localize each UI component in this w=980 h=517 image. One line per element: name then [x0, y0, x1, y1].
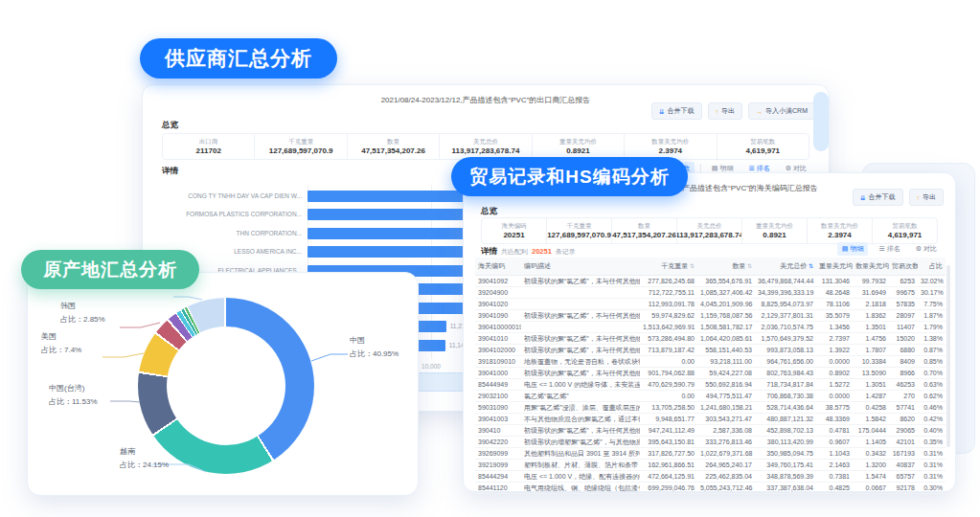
column-header-1[interactable]: 海关编码: [475, 258, 521, 275]
value-cell: 1,159,768,087.56: [697, 309, 755, 321]
export-button[interactable]: ↑导出: [708, 102, 743, 120]
table-row[interactable]: 59031090用聚“氯乙烯”浸渍、涂层、覆盖或层压的纺织织物（不包括用聚“氯乙…: [475, 401, 946, 413]
hs-code-cell: 39041090: [475, 309, 521, 321]
table-row[interactable]: 39041003不与其他物质混合的聚氯乙烯，通过本体法悬浮聚合工艺获得的聚氯乙.…: [475, 413, 946, 424]
column-header-7[interactable]: 数量美元均价: [853, 258, 889, 275]
value-cell: 337,387,638.04: [755, 482, 816, 493]
column-header-6[interactable]: 重量美元均价: [816, 258, 853, 275]
table-row[interactable]: 85444949电压 <= 1.000 V 的绝缘导体，未安装连接器，其他导体（…: [475, 378, 946, 390]
column-header-4[interactable]: 数量 ⇅: [697, 258, 755, 275]
table-row[interactable]: 29032100氯乙烯“氯乙烯”0.00494,775,511.47706,86…: [475, 390, 946, 401]
leader-taiwan: [110, 401, 140, 402]
table-row[interactable]: 390410初级形状的聚“氯乙烯”，未与任何其他物质混合 + 未提供详细信息 +…: [475, 424, 946, 436]
value-cell: 8,825,954,073.97: [755, 298, 816, 309]
value-cell: 452,898,702.13: [755, 424, 816, 436]
pie-label-taiwan: 中国(台湾) 占比：11.53%: [49, 382, 98, 409]
stat-label: 数量: [638, 222, 650, 231]
toggle-明细[interactable]: ▤明细: [837, 242, 869, 256]
value-cell: 1,508,581,782.17: [697, 321, 755, 332]
leader-other: [173, 297, 202, 300]
value-cell: 1,064,420,085.61: [697, 332, 755, 344]
table-row[interactable]: 39042220初级形状的增塑聚“氯乙烯”，与其他物质混合：糊状395,643,…: [475, 436, 946, 447]
summary-stat: 数量47,517,354,207.26: [348, 134, 440, 159]
leader-usa: [103, 353, 144, 357]
value-cell: 1.87%: [918, 309, 946, 321]
sort-icon[interactable]: ⇅: [807, 263, 813, 269]
table-row[interactable]: 3904102000初级形状的聚“氯乙烯”，未与任何其他物质混合：悬浮法 PVC…: [475, 344, 946, 355]
table-row[interactable]: 39041020112,993,091.784,045,201,909.968,…: [475, 298, 946, 309]
description-cell: 初级形状的聚“氯乙烯”，未与任何其他物质混合；其他：粉末: [521, 275, 640, 286]
table-row[interactable]: 39269099其他塑料制品和品目 3901 至 3914 所列的其他材料制品（…: [475, 447, 946, 459]
value-cell: 0.0000: [816, 355, 853, 367]
value-cell: 38.5775: [816, 401, 853, 413]
floating-toolbar[interactable]: [813, 92, 829, 151]
column-header-9[interactable]: 占比: [918, 258, 946, 275]
hs-overview-label: 总览: [481, 206, 497, 217]
pie-label-name: 中国(台湾): [49, 382, 98, 395]
value-cell: 802,763,984.43: [755, 367, 816, 378]
table-row[interactable]: 85441120电气用绕组线、铜、绝缘绕组（包括漆包或瓷绝缘化）电缆、电线（包.…: [475, 482, 946, 493]
value-cell: 264,965,240.17: [697, 459, 755, 470]
table-row[interactable]: 39041000初级形状的聚“氯乙烯”，未与任何其他物质混合 + 未提供详细信息…: [475, 367, 946, 378]
value-cell: 2,587,336.08: [697, 424, 755, 436]
column-header-5[interactable]: 美元总价 ⇅: [755, 258, 816, 275]
value-cell: 964,761,656.00: [755, 355, 816, 367]
summary-stat: 美元总价113,917,283,678.74: [677, 218, 742, 243]
value-cell: 317,826,727.50: [640, 447, 697, 459]
value-cell: 550,692,816.94: [697, 378, 755, 390]
value-cell: 1.3501: [853, 321, 889, 332]
value-cell: 1.7807: [853, 344, 889, 355]
value-cell: 1,022,679,371.68: [697, 447, 755, 459]
value-cell: 46253: [889, 378, 918, 390]
column-header-2[interactable]: 编码描述: [521, 258, 640, 275]
table-scrollbar[interactable]: [946, 265, 950, 447]
value-cell: 99.7932: [853, 275, 889, 286]
sort-icon[interactable]: ⇅: [688, 263, 695, 269]
column-header-3[interactable]: 千克重量 ⇅: [640, 258, 697, 275]
supplier-overview-label: 总览: [162, 120, 178, 131]
description-cell: 用聚“氯乙烯”浸渍、涂层、覆盖或层压的纺织织物（不包括用聚“氯乙..: [521, 401, 640, 413]
value-cell: 57835: [889, 298, 918, 309]
description-cell: 电气用绕组线、铜、绝缘绕组（包括漆包或瓷绝缘化）电缆、电线（包..: [521, 482, 640, 493]
stat-label: 美元总价: [697, 222, 722, 231]
stat-label: 美元总价: [473, 138, 498, 146]
pct-value: 2.85%: [83, 315, 105, 324]
merge-download-button[interactable]: ⇊合并下载: [651, 102, 702, 120]
column-header-8[interactable]: 贸易次数 ⇅: [889, 258, 918, 275]
description-cell: [521, 298, 640, 309]
export-button[interactable]: ↑导出: [909, 189, 945, 206]
value-cell: 901,794,062.88: [640, 367, 697, 378]
对比-view-icon: ⚙: [786, 165, 791, 172]
value-cell: 57741: [889, 401, 918, 413]
toggle-对比[interactable]: ⚙对比: [911, 242, 942, 256]
sort-icon[interactable]: ⇅: [745, 263, 752, 269]
hs-code-cell: 85444294: [475, 470, 521, 482]
table-row[interactable]: 85444294电压 <= 1.000 V，绝缘、配有连接器的电导体，其他：电压…: [475, 470, 946, 482]
table-row[interactable]: 39041010初级形状的聚“氯乙烯”，未与任何其他物质混合：乳液法 PVC 树…: [475, 332, 946, 344]
value-cell: 270: [889, 390, 918, 401]
summary-stat: 数量美元均价2.3974: [625, 134, 717, 159]
value-cell: 48.2648: [816, 286, 853, 298]
origin-analysis-pill: 原产地汇总分析: [21, 250, 199, 289]
table-row[interactable]: 39041090初级形状的聚“氯乙烯”，不与任何其他物质混合；其他等（氯乙烯）.…: [475, 309, 946, 321]
stat-value: 0.8921: [763, 231, 786, 239]
table-row[interactable]: 3918109010地板覆盖物，无论是否自粘，卷状或块状形式，以及墙壁或天花板覆…: [475, 355, 946, 367]
value-cell: 1.5842: [853, 413, 889, 424]
value-cell: 175.0444: [853, 424, 889, 436]
table-row[interactable]: 3904100000191,513,642,969.911,508,581,78…: [475, 321, 946, 332]
stat-label: 重量美元均价: [559, 138, 597, 146]
toggle-排名[interactable]: ☰排名: [874, 242, 904, 256]
table-row[interactable]: 39204900712,722,755.111,085,327,406.4234…: [475, 286, 946, 298]
table-row[interactable]: 39041092初级形状的聚“氯乙烯”，未与任何其他物质混合；其他：粉末277,…: [475, 275, 946, 286]
supplier-detail-label: 详情: [162, 166, 178, 177]
import-crm-button[interactable]: →导入小满CRM: [748, 102, 815, 120]
table-row[interactable]: 39219099塑料制板材、片材、薄膜、箔片和条带，经过层化、蜂窝、支撑或与其他…: [475, 459, 946, 470]
bar-category-label: FORMOSA PLASTICS CORPORATION...: [162, 209, 302, 220]
value-cell: 947,241,112.49: [640, 424, 697, 436]
value-cell: 0.9607: [816, 436, 853, 447]
merge-download-icon: ⇊: [659, 108, 665, 115]
stat-label: 数量: [387, 138, 399, 146]
hs-code-cell: 390410000019: [475, 321, 521, 332]
merge-download-button[interactable]: ⇊合并下载: [853, 189, 903, 206]
hs-code-cell: 29032100: [475, 390, 521, 401]
